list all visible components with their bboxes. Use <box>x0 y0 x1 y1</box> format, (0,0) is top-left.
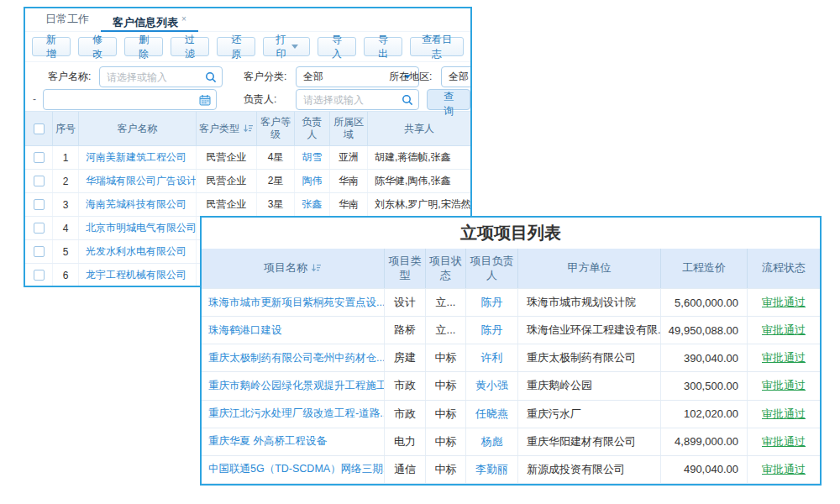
customer-name-link[interactable]: 海南芜城科技有限公司 <box>86 197 186 212</box>
filter-area: 客户名称: 客户分类: 全部 所在地区: 全部 - <box>25 62 470 111</box>
flow-status-link[interactable]: 审批通过 <box>762 323 806 338</box>
project-status: 中标 <box>426 372 466 399</box>
project-name-link[interactable]: 重庆太极制药有限公司亳州中药材仓... <box>208 351 385 365</box>
client-name: 珠海信业环保工程建设有限... <box>518 317 661 344</box>
project-name-link[interactable]: 重庆市鹅岭公园绿化景观提升工程施工 <box>208 379 385 393</box>
flow-status-link[interactable]: 审批通过 <box>762 350 806 365</box>
sort-icon[interactable] <box>243 123 254 134</box>
sort-icon[interactable] <box>311 263 322 273</box>
calendar-icon[interactable] <box>199 94 211 106</box>
table-row[interactable]: 重庆江北污水处理厂级改造工程-道路... 市政 中标 任晓燕 重庆污水厂 102… <box>202 401 820 428</box>
project-name-link[interactable]: 重庆华夏 外高桥工程设备 <box>208 434 327 449</box>
region-select[interactable]: 全部 <box>441 66 472 87</box>
customer-type: 民营企业 <box>197 193 257 216</box>
table-row[interactable]: 珠海市城市更新项目紫桐苑安置点设... 设计 立... 陈丹 珠海市城市规划设计… <box>202 289 820 317</box>
owner-link[interactable]: 胡雪 <box>302 150 323 165</box>
owner-link[interactable]: 李勤丽 <box>475 462 508 477</box>
table-row[interactable]: 重庆市鹅岭公园绿化景观提升工程施工 市政 中标 黄小强 重庆鹅岭公园 300,5… <box>202 372 820 400</box>
row-checkbox[interactable] <box>34 152 45 163</box>
project-name-link[interactable]: 重庆江北污水处理厂级改造工程-道路... <box>208 407 385 421</box>
project-cost: 4,899,000.00 <box>661 428 748 455</box>
row-checkbox[interactable] <box>34 270 45 281</box>
table-row[interactable]: 中国联通5G（TD-SCDMA）网络三期... 通信 中标 李勤丽 新源成投资有… <box>202 456 820 484</box>
flow-status-link[interactable]: 审批通过 <box>762 434 806 449</box>
query-button[interactable]: 查询 <box>427 89 470 110</box>
column-header-customer-type[interactable]: 客户类型 <box>197 112 257 145</box>
column-header-project-owner: 项目负责人 <box>466 249 518 288</box>
client-name: 重庆华阳建材有限公司 <box>518 428 661 455</box>
project-cost: 102,020.00 <box>661 401 748 428</box>
project-list-window: 立项项目列表 项目名称 项目类型 项目状态 项目负责人 甲方单位 工程造价 流程… <box>200 216 822 486</box>
customer-type: 民营企业 <box>197 146 257 169</box>
row-no: 5 <box>53 240 79 263</box>
owner-link[interactable]: 杨彪 <box>481 434 503 449</box>
column-header-no: 序号 <box>53 112 79 145</box>
toolbar: 新增 修改 删除 过滤 还原 打印 导入 导出 查看日志 <box>25 32 470 62</box>
date-input[interactable] <box>44 90 199 109</box>
shared-users: 陈华健,陶伟,张鑫 <box>368 170 470 192</box>
print-button[interactable]: 打印 <box>263 37 310 56</box>
flow-status-link[interactable]: 审批通过 <box>762 378 806 393</box>
add-button[interactable]: 新增 <box>32 37 71 56</box>
column-header-project-name[interactable]: 项目名称 <box>202 249 385 288</box>
region-label: 所在地区: <box>389 66 432 87</box>
import-button[interactable]: 导入 <box>318 37 356 56</box>
customer-name-link[interactable]: 华瑞城有限公司广告设计部 <box>86 174 197 188</box>
tab-daily-work[interactable]: 日常工作 <box>34 8 101 32</box>
owner-link[interactable]: 任晓燕 <box>475 407 508 422</box>
flow-status-link[interactable]: 审批通过 <box>762 407 806 422</box>
project-cost: 49,950,088.00 <box>661 317 748 344</box>
customer-name-link[interactable]: 河南美新建筑工程公司 <box>86 150 186 165</box>
tab-customer-list[interactable]: 客户信息列表× <box>101 8 198 32</box>
project-status: 立... <box>426 317 466 344</box>
project-status: 中标 <box>426 401 466 428</box>
owner-input[interactable] <box>297 90 402 109</box>
date-range-separator: - <box>33 89 36 110</box>
row-checkbox[interactable] <box>34 223 45 234</box>
tab-close-icon[interactable]: × <box>181 14 186 24</box>
tab-bar: 日常工作 客户信息列表× <box>25 8 470 32</box>
column-header-customer-level: 客户等级 <box>257 112 295 145</box>
owner-link[interactable]: 陈丹 <box>481 295 503 310</box>
customer-name-link[interactable]: 龙宇工程机械有限公司 <box>86 268 186 282</box>
customer-name-link[interactable]: 光发水利水电有限公司 <box>86 244 186 259</box>
view-log-button[interactable]: 查看日志 <box>410 37 464 56</box>
select-all-checkbox[interactable] <box>34 123 45 134</box>
table-row[interactable]: 1 河南美新建筑工程公司 民营企业 4星 胡雪 亚洲 胡建,蒋德帧,张鑫 <box>25 146 470 170</box>
owner-link[interactable]: 陶伟 <box>302 174 323 188</box>
column-header-customer-name: 客户名称 <box>79 112 197 145</box>
row-checkbox[interactable] <box>34 246 45 257</box>
flow-status-link[interactable]: 审批通过 <box>762 295 806 310</box>
customer-name-label: 客户名称: <box>48 66 91 87</box>
table-row[interactable]: 2 华瑞城有限公司广告设计部 民营企业 2星 陶伟 华南 陈华健,陶伟,张鑫 <box>25 170 470 193</box>
search-icon[interactable] <box>402 94 413 106</box>
flow-status-link[interactable]: 审批通过 <box>762 462 806 477</box>
table-row[interactable]: 重庆太极制药有限公司亳州中药材仓... 房建 中标 许利 重庆太极制药有限公司 … <box>202 344 820 372</box>
table-row[interactable]: 重庆华夏 外高桥工程设备 电力 中标 杨彪 重庆华阳建材有限公司 4,899,0… <box>202 428 820 456</box>
owner-link[interactable]: 陈丹 <box>481 323 503 338</box>
column-header-label: 项目名称 <box>264 261 307 276</box>
restore-button[interactable]: 还原 <box>217 37 255 56</box>
search-icon[interactable] <box>205 71 217 83</box>
export-button[interactable]: 导出 <box>364 37 402 56</box>
row-checkbox[interactable] <box>34 176 45 186</box>
customer-name-input[interactable] <box>100 67 205 87</box>
edit-button[interactable]: 修改 <box>78 37 117 56</box>
project-name-link[interactable]: 珠海市城市更新项目紫桐苑安置点设... <box>208 296 385 310</box>
table-row[interactable]: 珠海鹤港口建设 路桥 立... 陈丹 珠海信业环保工程建设有限... 49,95… <box>202 317 820 344</box>
project-type: 房建 <box>385 344 426 371</box>
owner-link[interactable]: 张鑫 <box>302 197 323 212</box>
column-header-region: 所属区域 <box>330 112 368 145</box>
filter-button[interactable]: 过滤 <box>171 37 209 56</box>
row-checkbox[interactable] <box>34 199 45 210</box>
project-name-link[interactable]: 中国联通5G（TD-SCDMA）网络三期... <box>208 462 385 476</box>
customer-name-link[interactable]: 北京市明城电气有限公司 <box>86 221 197 235</box>
delete-button[interactable]: 删除 <box>124 37 163 56</box>
client-name: 重庆鹅岭公园 <box>518 372 661 399</box>
project-name-link[interactable]: 珠海鹤港口建设 <box>208 323 282 338</box>
owner-link[interactable]: 许利 <box>481 350 503 365</box>
column-header-cost: 工程造价 <box>661 249 748 288</box>
owner-link[interactable]: 黄小强 <box>475 378 508 393</box>
table-row[interactable]: 3 海南芜城科技有限公司 民营企业 3星 张鑫 华南 刘东林,罗广明,宋浩然,张… <box>25 193 470 217</box>
row-no: 3 <box>53 193 79 216</box>
